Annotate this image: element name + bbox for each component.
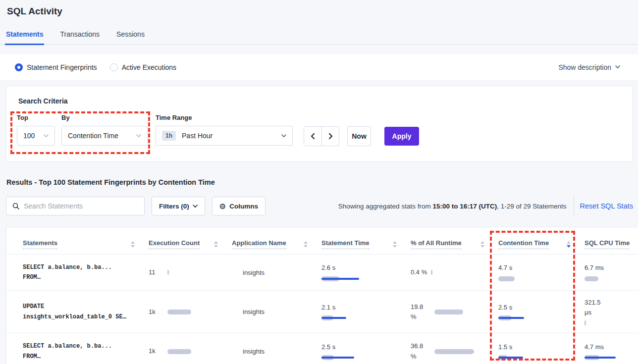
chevron-down-icon [281, 134, 286, 138]
now-button[interactable]: Now [347, 126, 371, 146]
statements-table: Statements Execution Count Application N… [6, 227, 638, 364]
results-table-card: Statements Execution Count Application N… [6, 227, 638, 364]
columns-button[interactable]: ⚙ Columns [212, 197, 266, 215]
search-statements-box[interactable] [6, 197, 145, 215]
column-header-statement-time[interactable]: Statement Time [316, 227, 405, 255]
table-row[interactable]: UPDATEinsights_workload_table_0 SE… 1k i… [6, 291, 638, 333]
search-statements-input[interactable] [24, 202, 139, 210]
radio-unselected-icon [110, 63, 118, 71]
cpu-time-value: 321.5 µs [585, 298, 608, 317]
search-criteria-title: Search Criteria [18, 97, 68, 105]
statement-time-bar [321, 276, 376, 282]
show-description-toggle[interactable]: Show description [558, 63, 620, 71]
radio-label: Statement Fingerprints [27, 63, 97, 71]
time-next-button[interactable] [321, 127, 339, 146]
page-title: SQL Activity [7, 6, 62, 17]
radio-active-executions[interactable]: Active Executions [110, 63, 177, 71]
chevron-down-icon [615, 65, 620, 69]
divider [574, 197, 574, 215]
time-nav-group [304, 126, 339, 146]
sql-activity-page: SQL Activity Statements Transactions Ses… [0, 0, 638, 364]
statement-fingerprint[interactable]: UPDATEinsights_workload_table_0 SE… [23, 302, 136, 322]
top-label: Top [17, 114, 28, 121]
tab-bar: Statements Transactions Sessions [0, 30, 638, 45]
execution-count-bar [167, 349, 219, 355]
results-toolbar: Filters (0) ⚙ Columns Showing aggregated… [6, 197, 633, 215]
time-range-badge: 1h [162, 131, 176, 141]
show-description-label: Show description [558, 63, 611, 71]
by-select-value: Contention Time [68, 132, 136, 140]
sort-icon[interactable] [214, 241, 218, 248]
tab-transactions[interactable]: Transactions [59, 30, 101, 44]
sort-icon[interactable] [304, 241, 308, 248]
cpu-time-bar [585, 276, 634, 282]
search-icon [12, 203, 19, 209]
cpu-time-bar [585, 320, 634, 326]
column-header-contention-time[interactable]: Contention Time [492, 227, 579, 255]
application-name: insights [232, 269, 309, 276]
contention-time-value: 1.5 s [498, 342, 572, 352]
chevron-left-icon [310, 133, 316, 140]
column-header-pct-runtime[interactable]: % of All Runtime [405, 227, 492, 255]
top-select[interactable]: 100 [17, 126, 55, 146]
cpu-time-value: 6.7 ms [585, 263, 608, 273]
time-range-select[interactable]: 1h Past Hour [156, 126, 293, 146]
by-label: By [61, 114, 70, 121]
statement-fingerprint[interactable]: SELECT a.balance, b.ba...FROM… [23, 262, 136, 283]
column-header-sql-cpu-time[interactable]: SQL CPU Time [579, 227, 638, 255]
execution-count-bar [167, 269, 219, 275]
table-row[interactable]: SELECT a.balance, b.ba...FROM… 1k insigh… [6, 333, 638, 364]
results-heading: Results - Top 100 Statement Fingerprints… [6, 178, 215, 186]
top-select-value: 100 [23, 132, 44, 140]
chevron-right-icon [328, 133, 333, 140]
radio-statement-fingerprints[interactable]: Statement Fingerprints [15, 63, 97, 71]
filters-button-label: Filters (0) [159, 203, 189, 210]
pct-runtime-bar [431, 269, 485, 275]
reset-sql-stats-link[interactable]: Reset SQL Stats [580, 202, 633, 210]
cpu-time-bar [585, 355, 634, 361]
radio-label: Active Executions [122, 63, 177, 71]
execution-count-value: 1k [149, 346, 163, 356]
contention-time-bar [498, 276, 553, 282]
chevron-down-icon [193, 205, 198, 208]
contention-time-bar [498, 355, 553, 361]
time-range-label: Time Range [156, 114, 192, 121]
application-name: insights [232, 308, 309, 315]
radio-selected-icon [15, 63, 23, 71]
gear-icon: ⚙ [219, 203, 226, 210]
statement-fingerprint[interactable]: SELECT a.balance, b.ba...FROM… [23, 341, 136, 362]
statement-time-value: 2.6 s [321, 263, 398, 273]
column-header-execution-count[interactable]: Execution Count [143, 227, 226, 255]
columns-button-label: Columns [229, 203, 258, 210]
sort-icon[interactable] [131, 241, 135, 248]
statement-time-value: 2.1 s [321, 303, 398, 312]
tab-sessions[interactable]: Sessions [115, 30, 146, 44]
search-criteria-panel: Search Criteria Top 100 By Contention Ti… [6, 86, 633, 162]
apply-button[interactable]: Apply [384, 127, 419, 146]
execution-count-value: 11 [149, 267, 163, 277]
sort-icon[interactable] [480, 241, 484, 248]
column-header-application-name[interactable]: Application Name [226, 227, 316, 255]
chevron-down-icon [44, 134, 49, 138]
contention-time-value: 4.7 s [498, 263, 572, 273]
pct-runtime-bar [434, 309, 485, 315]
contention-time-value: 2.5 s [498, 303, 572, 312]
chevron-down-icon [136, 134, 141, 138]
execution-count-value: 1k [149, 307, 163, 317]
sort-icon[interactable] [393, 241, 397, 248]
filters-button[interactable]: Filters (0) [152, 197, 205, 215]
pct-runtime-value: 36.8 % [411, 341, 430, 361]
statement-time-bar [321, 315, 376, 321]
table-header-row: Statements Execution Count Application N… [6, 227, 638, 255]
statement-time-value: 2.5 s [321, 342, 398, 352]
tab-statements[interactable]: Statements [5, 30, 44, 45]
pct-runtime-bar [434, 349, 485, 355]
column-header-statements[interactable]: Statements [6, 227, 143, 255]
sort-icon-active[interactable] [567, 241, 571, 248]
table-row[interactable]: SELECT a.balance, b.ba...FROM… 11 insigh… [6, 255, 638, 291]
pct-runtime-value: 0.4 % [411, 267, 427, 277]
view-toggle-bar: Statement Fingerprints Active Executions… [0, 54, 638, 80]
time-prev-button[interactable] [304, 127, 321, 146]
by-select[interactable]: Contention Time [61, 126, 148, 146]
application-name: insights [232, 348, 309, 355]
